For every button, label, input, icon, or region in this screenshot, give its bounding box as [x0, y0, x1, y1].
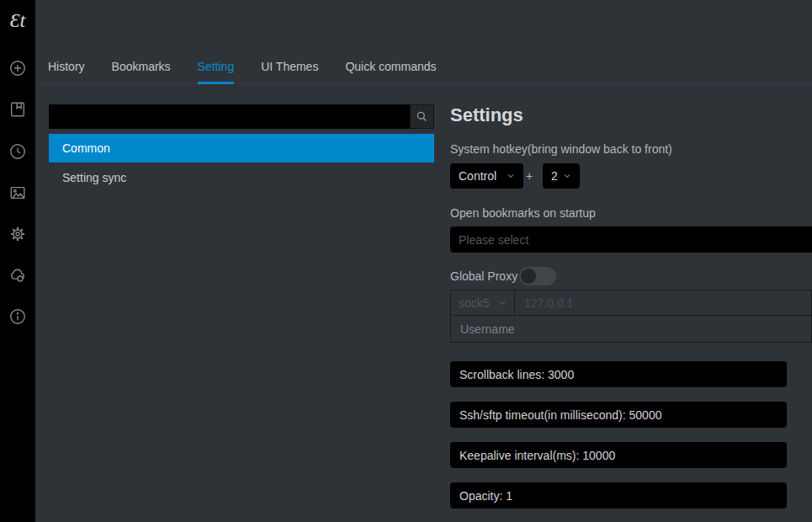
history-icon[interactable]: [8, 142, 27, 161]
proxy-username-input[interactable]: [450, 315, 812, 343]
global-proxy-label: Global Proxy: [450, 269, 517, 283]
hotkey-modifier-select[interactable]: Control: [450, 163, 523, 189]
tab-bar: History Bookmarks Setting UI Themes Quic…: [35, 51, 812, 84]
ssh-timeout-input[interactable]: [450, 402, 787, 428]
proxy-type-select[interactable]: sock5: [450, 290, 515, 316]
search-input[interactable]: [49, 104, 410, 129]
tab-history[interactable]: History: [48, 51, 85, 84]
chevron-down-icon: [563, 172, 571, 180]
bookmarks-startup-select[interactable]: Please select: [450, 226, 812, 253]
settings-gear-icon[interactable]: [8, 225, 27, 243]
search-icon[interactable]: [410, 104, 434, 129]
plus-circle-icon[interactable]: [8, 59, 27, 77]
bookmarks-startup-label: Open bookmarks on startup: [450, 206, 596, 220]
tab-setting[interactable]: Setting: [198, 51, 235, 84]
sidebar: Ɛt: [0, 0, 35, 522]
cloud-sync-icon[interactable]: [8, 266, 27, 285]
hotkey-label: System hotkey(bring window back to front…: [450, 142, 672, 156]
app-window: Ɛt History Bookmarks Setting UI Themes Q…: [0, 0, 812, 522]
proxy-host-input[interactable]: [514, 290, 812, 316]
chevron-down-icon: [498, 299, 507, 307]
info-icon[interactable]: [8, 307, 27, 326]
tab-ui-themes[interactable]: UI Themes: [261, 51, 318, 84]
themes-image-icon[interactable]: [8, 184, 27, 202]
tab-quick-commands[interactable]: Quick commands: [345, 51, 436, 84]
settings-search: [49, 104, 434, 129]
settings-title: Settings: [450, 104, 523, 126]
tab-bookmarks[interactable]: Bookmarks: [112, 51, 171, 84]
keepalive-interval-input[interactable]: [450, 442, 787, 468]
bookmarks-icon[interactable]: [8, 100, 27, 119]
app-logo[interactable]: Ɛt: [0, 9, 35, 32]
hotkey-plus: +: [526, 169, 533, 183]
scrollback-lines-input[interactable]: [450, 361, 787, 387]
nav-item-setting-sync[interactable]: Setting sync: [49, 163, 434, 192]
opacity-input[interactable]: [450, 482, 787, 509]
nav-item-common[interactable]: Common: [49, 134, 434, 162]
toggle-knob: [521, 269, 536, 284]
global-proxy-toggle[interactable]: [519, 267, 556, 285]
hotkey-key-select[interactable]: 2: [543, 163, 580, 189]
chevron-down-icon: [507, 172, 515, 180]
